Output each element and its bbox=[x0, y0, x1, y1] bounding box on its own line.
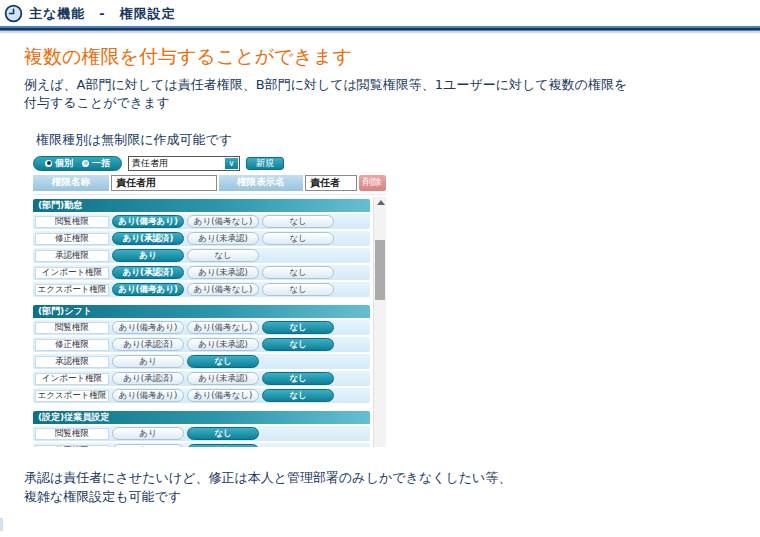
permission-row-label: 閲覧権限 bbox=[35, 216, 109, 228]
permission-list: (部門)勤怠閲覧権限あり(備考あり)あり(備考なし)なし修正権限あり(承認済)あ… bbox=[33, 197, 370, 447]
screenshot-caption: 権限種別は無制限に作成可能です bbox=[36, 131, 232, 149]
permission-row: 修正権限あり(承認済)あり(未承認)なし bbox=[33, 231, 370, 246]
scrollbar[interactable] bbox=[373, 197, 386, 447]
permission-option-pill[interactable]: あり bbox=[112, 355, 184, 368]
permission-option-pill[interactable]: あり bbox=[112, 444, 184, 447]
permission-option-pill[interactable]: あり(承認済) bbox=[112, 266, 184, 279]
permission-option-pill[interactable]: なし bbox=[187, 355, 259, 368]
permission-row-label: エクスポート権限 bbox=[35, 284, 109, 296]
delete-button[interactable]: 削除 bbox=[359, 175, 386, 191]
mode-radio-option[interactable]: 個別 bbox=[45, 157, 73, 170]
chevron-down-icon[interactable]: ∨ bbox=[225, 158, 238, 169]
scroll-up-icon[interactable] bbox=[377, 200, 385, 205]
permission-row: 修正権限ありなし bbox=[33, 443, 370, 447]
header-divider bbox=[0, 26, 760, 31]
permission-row-label: インポート権限 bbox=[35, 267, 109, 279]
feature-description: 例えば、A部門に対しては責任者権限、B部門に対しては閲覧権限等、1ユーザーに対し… bbox=[24, 76, 724, 112]
permission-list-wrap: (部門)勤怠閲覧権限あり(備考あり)あり(備考なし)なし修正権限あり(承認済)あ… bbox=[33, 197, 386, 447]
permission-row: 閲覧権限ありなし bbox=[33, 426, 370, 441]
permission-row: インポート権限あり(承認済)あり(未承認)なし bbox=[33, 371, 370, 386]
mode-radio-group: 個別一括 bbox=[33, 156, 122, 171]
section-header: (部門)勤怠 bbox=[33, 199, 370, 212]
permission-option-pill[interactable]: あり(備考あり) bbox=[112, 215, 184, 228]
permission-option-pill[interactable]: あり(未承認) bbox=[187, 232, 259, 245]
permission-option-pill[interactable]: あり(承認済) bbox=[112, 232, 184, 245]
permission-option-pill[interactable]: あり(承認済) bbox=[112, 338, 184, 351]
mode-radio-label: 個別 bbox=[55, 157, 73, 170]
radio-icon bbox=[82, 160, 89, 167]
mode-radio-label: 一括 bbox=[92, 157, 110, 170]
permission-option-pill[interactable]: なし bbox=[262, 283, 334, 296]
corner-decoration bbox=[0, 518, 3, 531]
page-title: 主な機能 - 権限設定 bbox=[29, 5, 176, 23]
permission-row-label: インポート権限 bbox=[35, 373, 109, 385]
permission-option-pill[interactable]: なし bbox=[187, 427, 259, 440]
permission-row: エクスポート権限あり(備考あり)あり(備考なし)なし bbox=[33, 282, 370, 297]
permission-row-label: 修正権限 bbox=[35, 339, 109, 351]
permission-row: 修正権限あり(承認済)あり(未承認)なし bbox=[33, 337, 370, 352]
new-button[interactable]: 新規 bbox=[246, 157, 284, 170]
mode-radio-option[interactable]: 一括 bbox=[82, 157, 110, 170]
permission-option-pill[interactable]: あり(未承認) bbox=[187, 372, 259, 385]
permission-name-input[interactable] bbox=[111, 175, 217, 191]
page-header: 主な機能 - 権限設定 bbox=[0, 0, 760, 26]
permission-option-pill[interactable]: あり bbox=[112, 249, 184, 262]
permission-row-label: 承認権限 bbox=[35, 356, 109, 368]
permission-option-pill[interactable]: あり(備考なし) bbox=[187, 389, 259, 402]
permission-row: 閲覧権限あり(備考あり)あり(備考なし)なし bbox=[33, 320, 370, 335]
permission-option-pill[interactable]: あり(備考なし) bbox=[187, 283, 259, 296]
permission-option-pill[interactable]: なし bbox=[262, 372, 334, 385]
permission-row-label: 閲覧権限 bbox=[35, 322, 109, 334]
permission-row-label: 承認権限 bbox=[35, 250, 109, 262]
permission-row: エクスポート権限あり(備考あり)あり(備考なし)なし bbox=[33, 388, 370, 403]
feature-heading: 複数の権限を付与することができます bbox=[24, 44, 352, 70]
permission-row-label: 修正権限 bbox=[35, 445, 109, 448]
permission-option-pill[interactable]: あり(備考なし) bbox=[187, 215, 259, 228]
permission-name-label: 権限名称 bbox=[33, 175, 109, 191]
permission-option-pill[interactable]: なし bbox=[187, 444, 259, 447]
radio-icon bbox=[45, 160, 52, 167]
permission-row-label: 修正権限 bbox=[35, 233, 109, 245]
section-header: (部門)シフト bbox=[33, 305, 370, 318]
permission-row: 承認権限ありなし bbox=[33, 354, 370, 369]
permission-option-pill[interactable]: あり bbox=[112, 427, 184, 440]
toolbar-divider bbox=[33, 194, 386, 195]
permission-row-label: 閲覧権限 bbox=[35, 428, 109, 440]
permission-option-pill[interactable]: なし bbox=[262, 321, 334, 334]
permission-option-pill[interactable]: あり(備考なし) bbox=[187, 321, 259, 334]
permission-option-pill[interactable]: あり(未承認) bbox=[187, 338, 259, 351]
permission-option-pill[interactable]: あり(承認済) bbox=[112, 372, 184, 385]
permission-option-pill[interactable]: あり(備考あり) bbox=[112, 321, 184, 334]
permission-row: 承認権限ありなし bbox=[33, 248, 370, 263]
permission-row: 閲覧権限あり(備考あり)あり(備考なし)なし bbox=[33, 214, 370, 229]
clock-icon bbox=[4, 4, 23, 23]
section-header: (設定)従業員設定 bbox=[33, 411, 370, 424]
preset-dropdown[interactable]: 責任者用 ∨ bbox=[128, 156, 240, 171]
permission-option-pill[interactable]: あり(備考あり) bbox=[112, 283, 184, 296]
permission-option-pill[interactable]: なし bbox=[262, 389, 334, 402]
permission-option-pill[interactable]: なし bbox=[262, 266, 334, 279]
toolbar-top: 個別一括 責任者用 ∨ 新規 bbox=[33, 155, 386, 171]
toolbar-fields: 権限名称 権限表示名 削除 bbox=[33, 174, 386, 191]
scrollbar-thumb[interactable] bbox=[375, 240, 385, 300]
permission-option-pill[interactable]: あり(備考あり) bbox=[112, 389, 184, 402]
permission-row: インポート権限あり(承認済)あり(未承認)なし bbox=[33, 265, 370, 280]
permission-option-pill[interactable]: なし bbox=[187, 249, 259, 262]
permission-option-pill[interactable]: なし bbox=[262, 215, 334, 228]
permission-option-pill[interactable]: なし bbox=[262, 338, 334, 351]
permission-option-pill[interactable]: なし bbox=[262, 232, 334, 245]
footer-note: 承認は責任者にさせたいけど、修正は本人と管理部署のみしかできなくしたい等、 複雑… bbox=[24, 468, 724, 506]
permission-option-pill[interactable]: あり(未承認) bbox=[187, 266, 259, 279]
preset-dropdown-value: 責任者用 bbox=[132, 157, 168, 170]
display-name-label: 権限表示名 bbox=[219, 175, 303, 191]
display-name-input[interactable] bbox=[305, 175, 357, 191]
permission-settings-screenshot: 個別一括 責任者用 ∨ 新規 権限名称 権限表示名 削除 (部門)勤怠閲覧権限あ… bbox=[33, 155, 386, 447]
permission-row-label: エクスポート権限 bbox=[35, 390, 109, 402]
